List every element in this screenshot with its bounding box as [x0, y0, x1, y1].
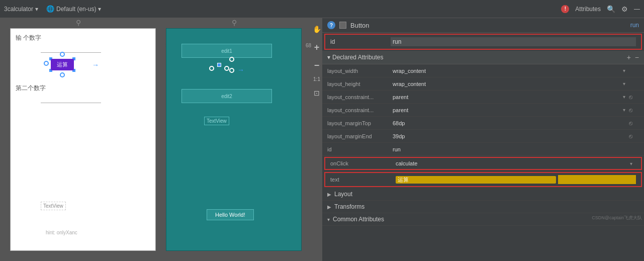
placeholder-white: hint: onlyXanc — [46, 230, 77, 235]
white-layout: ⚲ 输 个数字 68 运算 → 第二个数字 39 TextView — [10, 28, 156, 251]
component-label: Button — [350, 22, 370, 29]
top-bar: 3calculator ▾ 🌐 Default (en-us) ▾ ! Attr… — [0, 0, 644, 18]
attributes-title: Attributes — [575, 6, 601, 13]
side-tools: ✋ + − 1:1 ⊡ — [307, 18, 322, 261]
arrow-right-white: → — [92, 61, 99, 69]
id-attr-input[interactable] — [391, 37, 636, 46]
layout-section[interactable]: ▶ Layout — [322, 188, 644, 201]
error-icon[interactable]: ! — [561, 5, 569, 13]
textview-white: TextView — [41, 202, 66, 210]
extra-margin-top: ⎋ — [629, 120, 639, 127]
search-icon[interactable]: 🔍 — [607, 5, 615, 13]
pin-icon-white: ⚲ — [76, 19, 81, 27]
zoom-out-tool[interactable]: − — [310, 58, 322, 72]
attr-name-id: id — [327, 146, 393, 152]
run-link[interactable]: run — [630, 22, 639, 29]
attr-constraint-1: layout_constraint... parent ▾ ⎋ — [322, 91, 644, 104]
dropdown-layout-width[interactable]: ▾ — [619, 68, 629, 73]
purple-button[interactable]: 运算 — [51, 59, 74, 70]
chevron-down-icon: ▾ — [327, 54, 330, 61]
layout-label: Layout — [334, 191, 352, 198]
extra-constraint-1: ⎋ — [629, 94, 639, 101]
globe-icon: 🌐 — [46, 5, 54, 13]
circle-handle-bottom — [60, 72, 65, 77]
chevron-layout-icon: ▶ — [327, 192, 331, 197]
measure-68-teal: 68 — [306, 43, 311, 48]
attr-name-layout-height: layout_height — [327, 81, 393, 87]
component-row: ? Button run — [322, 18, 644, 33]
dropdown-layout-height[interactable]: ▾ — [619, 81, 629, 86]
app-name-dropdown[interactable]: 3calculator ▾ — [4, 6, 38, 13]
id-attr-label: id — [330, 38, 391, 45]
attr-name-margin-top: layout_marginTop — [327, 120, 393, 126]
declared-attrs-header: ▾ Declared Attributes + − — [322, 51, 644, 64]
teal-sq-br — [217, 63, 221, 67]
add-attr-icon[interactable]: + — [627, 53, 631, 61]
id-row: id — [324, 34, 642, 50]
attr-val-constraint-1: parent — [393, 94, 619, 100]
frame-tool[interactable]: ⊡ — [310, 86, 322, 100]
zoom-ratio: 1:1 — [313, 76, 320, 82]
attr-name-layout-width: layout_width — [327, 68, 393, 74]
hand-tool[interactable]: ✋ — [310, 22, 322, 36]
chevron-transforms-icon: ▶ — [327, 204, 331, 210]
extra-margin-end: ⎋ — [629, 133, 639, 140]
transforms-section[interactable]: ▶ Transforms — [322, 201, 644, 213]
label1: 输 个数字 — [16, 34, 41, 42]
attr-name-margin-end: layout_marginEnd — [327, 133, 393, 139]
dropdown-constraint-1[interactable]: ▾ — [619, 94, 629, 100]
attr-val-layout-width: wrap_content — [393, 68, 619, 74]
info-icon: ? — [327, 21, 335, 29]
attr-val-constraint-2: parent — [393, 107, 619, 113]
extra-constraint-2: ⎋ — [629, 107, 639, 114]
component-checkbox[interactable] — [339, 22, 346, 29]
zoom-in-tool[interactable]: + — [310, 40, 322, 54]
teal-layout: ⚲ edit1 68 → edit2 TextView Hello — [166, 28, 302, 251]
minimize-icon[interactable]: — — [634, 6, 640, 13]
app-dropdown-icon: ▾ — [35, 6, 38, 13]
attr-val-layout-height: wrap_content — [393, 81, 619, 87]
main-area: ⚲ 输 个数字 68 运算 → 第二个数字 39 TextView — [0, 18, 644, 261]
right-panel: ? Button run id ▾ Declared Attributes + … — [322, 18, 644, 261]
text-label: text — [330, 177, 396, 183]
watermark: CSDN@captain飞虎大队 — [592, 215, 642, 221]
purple-button-container: 运算 → — [51, 59, 74, 70]
locale-dropdown-icon: ▾ — [98, 6, 101, 13]
hello-btn[interactable]: Hello World! — [207, 209, 254, 220]
input-box-2 — [41, 93, 101, 103]
teal-circle-left — [209, 66, 214, 71]
top-bar-left: 3calculator ▾ 🌐 Default (en-us) ▾ — [4, 5, 101, 13]
attr-layout-height: layout_height wrap_content ▾ — [322, 77, 644, 91]
settings-icon[interactable]: ⚙ — [621, 5, 628, 13]
textview-teal: TextView — [204, 117, 229, 125]
common-attrs-section[interactable]: ▾ Common Attributes CSDN@captain飞虎大队 — [322, 213, 644, 226]
attr-id: id run — [322, 143, 644, 156]
attr-val-id: run — [393, 146, 639, 152]
app-name-label: 3calculator — [4, 6, 33, 13]
text-value: 运算 — [396, 176, 556, 184]
attr-margin-top: layout_marginTop 68dp ⎋ — [322, 117, 644, 130]
onclick-label: onClick — [330, 160, 396, 166]
attr-layout-width: layout_width wrap_content ▾ — [322, 64, 644, 77]
edit1: edit1 — [181, 44, 272, 58]
input-box-1 — [41, 43, 101, 53]
circle-handle-left — [44, 61, 49, 66]
locale-label: Default (en-us) — [56, 6, 96, 13]
text-row: text 运算 — [324, 172, 642, 187]
teal-circle-top — [229, 57, 234, 62]
onclick-row: onClick calculate ▾ — [324, 157, 642, 170]
pin-icon-teal: ⚲ — [232, 19, 237, 27]
dropdown-onclick[interactable]: ▾ — [626, 161, 636, 166]
attr-name-constraint-1: layout_constraint... — [327, 94, 393, 100]
attr-name-constraint-2: layout_constraint... — [327, 107, 393, 113]
locale-dropdown[interactable]: 🌐 Default (en-us) ▾ — [46, 5, 101, 13]
remove-attr-icon[interactable]: − — [635, 53, 639, 61]
common-attrs-label: Common Attributes — [333, 216, 384, 223]
attr-val-margin-end: 39dp — [393, 133, 629, 139]
attr-val-margin-top: 68dp — [393, 120, 629, 126]
dropdown-constraint-2[interactable]: ▾ — [619, 107, 629, 113]
top-bar-right: ! Attributes 🔍 ⚙ — — [561, 5, 640, 13]
section-actions: + − — [627, 53, 639, 61]
transforms-label: Transforms — [334, 203, 364, 210]
circle-handle-top — [60, 52, 65, 57]
